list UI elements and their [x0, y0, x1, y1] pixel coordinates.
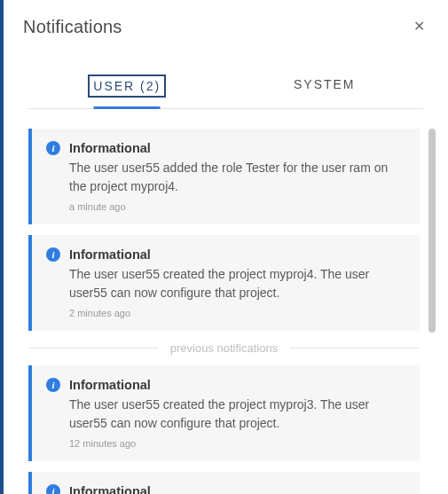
notifications-panel: Notifications ✕ USER (2) SYSTEM i Inform…: [0, 0, 448, 494]
notification-card[interactable]: i Informational The user user55 created …: [28, 365, 420, 461]
notification-level: Informational: [69, 378, 151, 392]
notification-level: Informational: [69, 247, 151, 262]
notification-message: The user user55 created the project mypr…: [69, 265, 404, 302]
tab-user[interactable]: USER (2): [28, 66, 226, 108]
tabs: USER (2) SYSTEM: [28, 66, 423, 109]
info-icon: i: [46, 484, 60, 494]
notification-level: Informational: [69, 484, 151, 494]
tab-system-label: SYSTEM: [290, 74, 359, 94]
previous-divider: previous notifications: [28, 341, 420, 355]
tab-user-count: (2): [140, 79, 161, 93]
notification-header: i Informational: [46, 378, 404, 392]
notification-time: 2 minutes ago: [69, 308, 404, 318]
info-icon: i: [46, 247, 60, 262]
panel-header: Notifications ✕: [4, 0, 448, 46]
notification-header: i Informational: [46, 141, 404, 155]
tab-user-text: USER: [93, 79, 135, 93]
notification-message: The user user55 added the role Tester fo…: [69, 159, 404, 196]
scrollbar-thumb[interactable]: [428, 129, 436, 333]
notification-card[interactable]: i Informational: [28, 472, 420, 494]
notification-card[interactable]: i Informational The user user55 added th…: [28, 129, 420, 224]
info-icon: i: [46, 141, 60, 155]
close-icon[interactable]: ✕: [410, 16, 428, 37]
notification-time: a minute ago: [69, 201, 404, 212]
notification-card[interactable]: i Informational The user user55 created …: [28, 235, 420, 331]
tab-system[interactable]: SYSTEM: [226, 66, 424, 108]
notification-header: i Informational: [46, 247, 404, 262]
info-icon: i: [46, 378, 60, 392]
tabs-container: USER (2) SYSTEM: [4, 66, 448, 109]
notification-header: i Informational: [46, 484, 404, 494]
divider-label: previous notifications: [158, 341, 290, 355]
tab-user-label: USER (2): [88, 74, 166, 98]
notification-message: The user user55 created the project mypr…: [69, 396, 404, 433]
notification-level: Informational: [69, 141, 151, 155]
notification-time: 12 minutes ago: [69, 438, 404, 449]
page-title: Notifications: [23, 17, 122, 37]
notifications-list: i Informational The user user55 added th…: [28, 129, 441, 494]
